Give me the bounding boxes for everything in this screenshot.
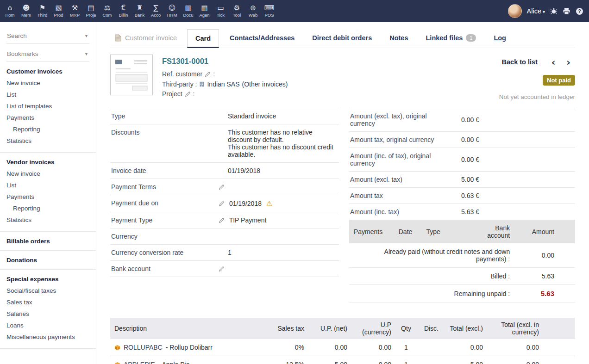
tab-bar: Customer invoice Card Contacts/Addresses… xyxy=(110,29,575,48)
topnav-item-documents[interactable]: ▥Docu xyxy=(180,0,196,22)
next-record-arrow[interactable]: › xyxy=(562,57,575,68)
topnav-item-tickets[interactable]: ▭Tick xyxy=(213,0,229,22)
sidebar-item-vendor-list[interactable]: List xyxy=(6,179,93,191)
edit-payment-type-icon[interactable] xyxy=(219,217,225,223)
edit-project-icon[interactable] xyxy=(185,91,191,97)
sidebar-item-sales-tax[interactable]: Sales tax xyxy=(6,296,93,308)
sidebar-item-special-expenses[interactable]: Special expenses xyxy=(6,276,93,283)
print-icon[interactable] xyxy=(563,7,570,15)
topnav-item-billing[interactable]: €Billin xyxy=(115,0,132,22)
field-row-type: Type Standard invoice xyxy=(110,108,339,124)
previous-record-arrow[interactable]: ‹ xyxy=(547,57,560,68)
sidebar-item-billable-orders[interactable]: Billable orders xyxy=(6,238,93,245)
billed-value: 5.63 xyxy=(514,268,575,285)
topnav-item-members[interactable]: ☻Mem xyxy=(18,0,34,22)
invoice-thumbnail[interactable] xyxy=(110,55,153,95)
bookmarks-dropdown[interactable]: Bookmarks ▾ xyxy=(6,46,89,62)
topnav-item-mrp[interactable]: ⚒MRP xyxy=(67,0,83,22)
tab-log[interactable]: Log xyxy=(487,29,513,48)
other-invoices-link[interactable]: (Other invoices) xyxy=(242,80,288,90)
field-value: Standard invoice xyxy=(227,108,339,124)
tab-linked-files[interactable]: Linked files1 xyxy=(419,29,483,48)
sidebar-item-list-of-templates[interactable]: List of templates xyxy=(6,100,93,112)
tab-contacts-addresses[interactable]: Contacts/Addresses xyxy=(223,29,301,48)
sidebar-item-customer-invoices[interactable]: Customer invoices xyxy=(6,68,93,75)
topnav-item-pos[interactable]: ⌨POS xyxy=(261,0,277,22)
topnav-item-bank[interactable]: ♜Bank xyxy=(132,0,148,22)
sidebar-item-donations[interactable]: Donations xyxy=(6,257,93,264)
search-dropdown[interactable]: Search ▾ xyxy=(6,28,89,44)
topnav-item-projects[interactable]: ▤Proje xyxy=(83,0,99,22)
website-icon: ⊕ xyxy=(250,5,256,12)
bank-icon: ♜ xyxy=(137,5,143,12)
field-value: 01/19/2018 ⚠ xyxy=(227,195,339,212)
sidebar-item-customer-statistics[interactable]: Statistics xyxy=(6,135,93,147)
topnav-item-commerce[interactable]: ⚖Com xyxy=(99,0,115,22)
invoice-details-table: Type Standard invoice Discounts This cus… xyxy=(110,108,339,277)
tab-card[interactable]: Card xyxy=(187,29,219,48)
sidebar-item-vendor-invoices[interactable]: Vendor invoices xyxy=(6,159,93,166)
sidebar-item-vendor-new-invoice[interactable]: New invoice xyxy=(6,168,93,179)
third-party-line: Third-party : Indian SAS (Other invoices… xyxy=(162,80,422,90)
edit-ref-customer-icon[interactable] xyxy=(205,71,211,77)
edit-payment-terms-icon[interactable] xyxy=(219,184,225,190)
lines-header-row: Description Sales tax U.P. (net) U.P (cu… xyxy=(110,318,575,339)
topnav-item-website[interactable]: ⊕Web xyxy=(245,0,261,22)
sidebar-item-customer-new-invoice[interactable]: New invoice xyxy=(6,77,93,89)
sidebar-item-customer-list[interactable]: List xyxy=(6,89,93,100)
avatar[interactable] xyxy=(508,4,522,18)
sidebar-item-miscellaneous-payments[interactable]: Miscellaneous payments xyxy=(6,331,93,343)
sidebar-item-vendor-payments[interactable]: Payments xyxy=(6,191,93,203)
company-icon xyxy=(199,81,205,87)
amount-row: Amount (excl. tax)5.00 € xyxy=(349,172,575,188)
field-row-invoice-date: Invoice date 01/19/2018 xyxy=(110,163,339,179)
invoice-line-row: ROLLUPABC - Rollup Dolibarr 0% 0.00 0.00… xyxy=(110,339,575,356)
chevron-down-icon: ▾ xyxy=(85,33,88,38)
amount-value: 0.00 € xyxy=(447,108,480,132)
field-row-bank-account: Bank account xyxy=(110,261,339,277)
product-link[interactable]: ROLLUPABC xyxy=(124,344,163,351)
field-row-discounts: Discounts This customer has no relative … xyxy=(110,124,339,163)
hrm-icon: ☺ xyxy=(169,5,176,12)
edit-payment-due-icon[interactable] xyxy=(219,201,225,207)
sidebar-item-vendor-reporting[interactable]: Reporting xyxy=(6,203,93,214)
status-badge: Not paid xyxy=(543,75,575,86)
ref-customer-line: Ref. customer : xyxy=(162,69,422,80)
tab-notes[interactable]: Notes xyxy=(382,29,415,48)
product-link[interactable]: APPLEPIE xyxy=(124,361,155,364)
sidebar-item-salaries[interactable]: Salaries xyxy=(6,308,93,320)
topnav-item-products[interactable]: ▧Prod xyxy=(50,0,67,22)
sidebar-item-social-fiscal-taxes[interactable]: Social/fiscal taxes xyxy=(6,285,93,296)
edit-bank-account-icon[interactable] xyxy=(219,266,225,272)
amount-row: Amount (excl. tax), original currency0.0… xyxy=(349,108,575,132)
sidebar-item-customer-payments[interactable]: Payments xyxy=(6,112,93,123)
sidebar-item-vendor-statistics[interactable]: Statistics xyxy=(6,214,93,226)
user-menu[interactable]: Alice▾ xyxy=(527,7,545,15)
sidebar-item-loans[interactable]: Loans xyxy=(6,320,93,331)
sidebar-section-billable-orders: Billable orders xyxy=(0,232,96,251)
topnav-item-accountancy[interactable]: ∑Acco xyxy=(148,0,164,22)
payments-table: Payments Date Type Bank account Amount A… xyxy=(349,220,575,302)
third-party-link[interactable]: Indian SAS xyxy=(207,80,239,90)
sidebar-item-customer-reporting[interactable]: Reporting xyxy=(6,123,93,135)
products-icon: ▧ xyxy=(55,5,62,12)
amount-value: 0.63 € xyxy=(447,188,480,204)
product-icon xyxy=(114,362,120,364)
field-value xyxy=(227,228,339,245)
help-icon[interactable]: ? xyxy=(576,7,583,15)
tab-direct-debit-orders[interactable]: Direct debit orders xyxy=(305,29,379,48)
bug-report-icon[interactable] xyxy=(550,7,558,15)
topnav-item-home[interactable]: ⌂Hom xyxy=(2,0,18,22)
topnav-item-hrm[interactable]: ☺HRM xyxy=(164,0,180,22)
back-to-list-link[interactable]: Back to list xyxy=(502,58,538,66)
topnav-item-tools[interactable]: ⚙Tool xyxy=(229,0,245,22)
product-icon xyxy=(114,345,120,351)
ledger-note: Not yet accounted in ledger xyxy=(422,93,575,100)
topnav-item-third-parties[interactable]: ⚑Third xyxy=(34,0,50,22)
svg-text:?: ? xyxy=(578,8,581,14)
amount-row: Amount (inc. of tax), original currency0… xyxy=(349,148,575,172)
home-icon: ⌂ xyxy=(8,5,13,12)
projects-icon: ▤ xyxy=(88,5,94,12)
topnav-item-agenda[interactable]: ▦Agen xyxy=(196,0,213,22)
billed-row: Billed : 5.63 xyxy=(349,268,575,285)
